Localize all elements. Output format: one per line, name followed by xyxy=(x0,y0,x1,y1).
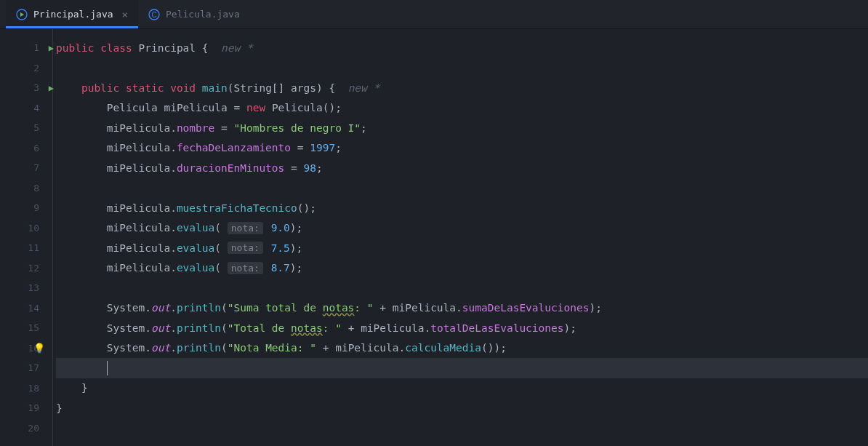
code-line xyxy=(56,278,868,298)
code-line: miPelicula.evalua( nota: 9.0); xyxy=(56,218,868,239)
code-line: miPelicula.evalua( nota: 7.5); xyxy=(56,238,868,258)
code-line-current xyxy=(56,358,868,378)
run-gutter-icon[interactable]: ▶ xyxy=(49,43,54,53)
param-hint: nota: xyxy=(228,242,263,254)
code-line: System.out.println("Nota Media: " + miPe… xyxy=(56,338,868,359)
line-number: 15 xyxy=(28,322,39,333)
line-number: 4 xyxy=(33,103,39,114)
tab-label: Principal.java xyxy=(33,9,113,20)
close-icon[interactable]: × xyxy=(122,9,128,20)
param-hint: nota: xyxy=(228,222,263,234)
code-line: miPelicula.fechaDeLanzamiento = 1997; xyxy=(56,138,868,159)
line-number: 20 xyxy=(28,423,39,434)
line-number: 9 xyxy=(33,202,39,213)
class-run-icon xyxy=(16,9,28,20)
code-line: miPelicula.nombre = "Hombres de negro I"… xyxy=(56,118,868,138)
code-line: public class Principal { new * xyxy=(56,38,868,58)
line-number: 5 xyxy=(33,122,39,133)
code-line xyxy=(56,178,868,199)
run-gutter-icon[interactable]: ▶ xyxy=(49,83,54,93)
code-line: } xyxy=(56,398,868,418)
gutter: 1▶ 2 3▶ 4 5 6 7 8 9 10 11 12 13 14 15 16… xyxy=(0,29,52,446)
code-line xyxy=(56,58,868,79)
line-number: 13 xyxy=(28,282,39,293)
code-line: Pelicula miPelicula = new Pelicula(); xyxy=(56,98,868,119)
code-line: public static void main(String[] args) {… xyxy=(56,78,868,98)
line-number: 18 xyxy=(28,383,39,394)
svg-text:C: C xyxy=(151,10,156,18)
code-line: System.out.println("Suma total de notas:… xyxy=(56,298,868,319)
tab-pelicula[interactable]: C Pelicula.java xyxy=(138,0,250,28)
tab-bar: Principal.java × C Pelicula.java xyxy=(0,0,868,29)
code-line: miPelicula.evalua( nota: 8.7); xyxy=(56,258,868,279)
line-number: 17 xyxy=(28,362,39,373)
code-area[interactable]: public class Principal { new * public st… xyxy=(52,29,868,446)
line-number: 8 xyxy=(33,183,39,194)
code-line: miPelicula.duracionEnMinutos = 98; xyxy=(56,158,868,178)
code-line xyxy=(56,418,868,439)
lightbulb-icon[interactable]: 💡 xyxy=(33,343,45,354)
editor: 1▶ 2 3▶ 4 5 6 7 8 9 10 11 12 13 14 15 16… xyxy=(0,29,868,446)
line-number: 11 xyxy=(28,242,39,253)
class-icon: C xyxy=(148,9,160,20)
line-number: 1 xyxy=(33,42,39,53)
line-number: 3 xyxy=(33,82,39,93)
code-line: miPelicula.muestraFichaTecnico(); xyxy=(56,198,868,218)
line-number: 14 xyxy=(28,303,39,314)
text-cursor xyxy=(107,361,108,375)
line-number: 2 xyxy=(33,63,39,73)
tab-label: Pelicula.java xyxy=(166,9,240,20)
code-line: System.out.println("Total de notas: " + … xyxy=(56,318,868,338)
line-number: 6 xyxy=(33,143,39,154)
line-number: 12 xyxy=(28,263,39,274)
code-line: } xyxy=(56,378,868,399)
line-number: 10 xyxy=(28,223,39,234)
line-number: 19 xyxy=(28,402,39,413)
tab-principal[interactable]: Principal.java × xyxy=(6,0,138,28)
line-number: 7 xyxy=(33,162,39,173)
param-hint: nota: xyxy=(228,262,263,274)
